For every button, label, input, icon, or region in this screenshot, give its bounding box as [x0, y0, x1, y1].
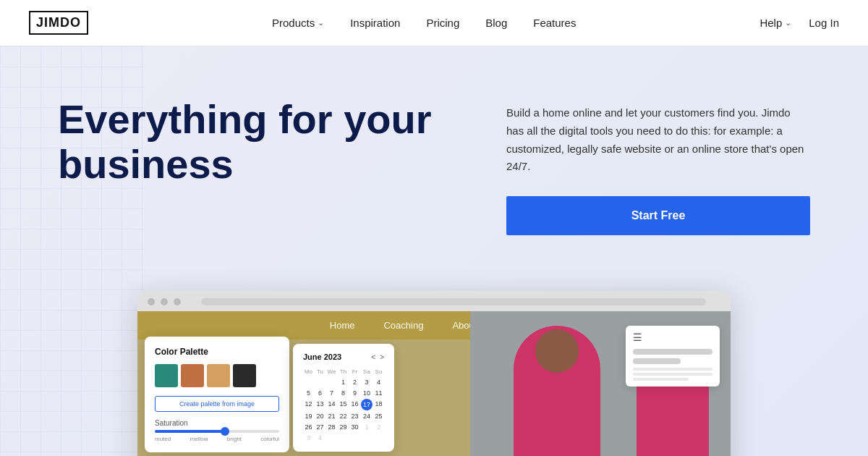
cal-header-tu: Tu [315, 367, 326, 376]
card-line-1 [633, 368, 712, 371]
cal-day: 3 [303, 433, 314, 443]
hero-description: Build a home online and let your custome… [506, 104, 810, 176]
calendar-prev[interactable]: < [371, 353, 375, 361]
nav-features[interactable]: Features [533, 17, 576, 29]
saturation-slider-fill [155, 430, 224, 433]
cal-header-sa: Sa [361, 367, 373, 376]
saturation-label: Saturation [155, 419, 279, 427]
cal-day: 23 [349, 411, 360, 421]
cal-day: 5 [303, 388, 314, 398]
saturation-slider-thumb[interactable] [221, 427, 229, 436]
cal-day: 2 [373, 422, 384, 432]
swatch-4 [233, 364, 256, 387]
cal-day: 20 [315, 411, 326, 421]
browser-dot-2 [161, 298, 168, 305]
cal-day: 10 [361, 388, 373, 398]
cal-day: 29 [338, 422, 349, 432]
browser-address-bar [201, 298, 706, 305]
color-palette-card: Color Palette Create palette from image … [145, 337, 289, 452]
nav-help[interactable]: Help ⌄ [760, 17, 791, 29]
help-chevron-icon: ⌄ [785, 18, 791, 28]
cal-day: 8 [338, 388, 349, 398]
calendar-next[interactable]: > [380, 353, 384, 361]
nav-pricing[interactable]: Pricing [426, 17, 459, 29]
browser-topbar [137, 298, 731, 311]
cal-header-th: Th [338, 367, 349, 376]
hero-title: Everything for your business [58, 97, 434, 186]
person1 [514, 326, 600, 456]
cal-day: 4 [373, 377, 384, 387]
slider-labels: muted mellow bright colorful [155, 436, 279, 442]
cal-day: 28 [326, 422, 337, 432]
cal-day: 27 [315, 422, 326, 432]
mockup-nav-home: Home [330, 320, 355, 331]
cal-day: 25 [373, 411, 384, 421]
label-bright: bright [227, 436, 242, 442]
cal-day: 22 [338, 411, 349, 421]
products-chevron-icon: ⌄ [318, 18, 324, 28]
cal-day: 9 [349, 388, 360, 398]
hamburger-icon: ☰ [633, 332, 712, 343]
start-free-button[interactable]: Start Free [506, 196, 810, 235]
browser-dot-3 [174, 298, 181, 305]
palette-swatches [155, 364, 279, 387]
cal-day: 1 [361, 422, 373, 432]
hero-right: Build a home online and let your custome… [506, 97, 810, 235]
create-palette-button[interactable]: Create palette from image [155, 396, 279, 412]
nav-right: Help ⌄ Log In [760, 17, 839, 29]
cal-day: 7 [326, 388, 337, 398]
browser-window: Home Coaching About Contact Color Palett… [137, 291, 731, 456]
cal-header-mo: Mo [303, 367, 314, 376]
browser-dot-1 [148, 298, 155, 305]
cal-day: 18 [373, 399, 384, 410]
swatch-3 [207, 364, 230, 387]
nav-blog[interactable]: Blog [485, 17, 507, 29]
cal-day: 11 [373, 388, 384, 398]
cal-day: 2 [349, 377, 360, 387]
calendar-card: June 2023 < > Mo Tu We Th Fr Sa Su [293, 344, 394, 452]
browser-body: Home Coaching About Contact Color Palett… [137, 311, 731, 456]
cal-day: 26 [303, 422, 314, 432]
cal-day: 16 [349, 399, 360, 410]
label-colorful: colorful [260, 436, 279, 442]
cal-day: 19 [303, 411, 314, 421]
cal-day: 24 [361, 411, 373, 421]
cal-header-su: Su [373, 367, 384, 376]
cal-day: 6 [315, 388, 326, 398]
cal-header-fr: Fr [349, 367, 360, 376]
cal-header-we: We [326, 367, 337, 376]
calendar-grid: Mo Tu We Th Fr Sa Su 1 2 3 4 [303, 367, 384, 443]
nav-inspiration[interactable]: Inspiration [350, 17, 400, 29]
cal-day: 15 [338, 399, 349, 410]
small-overlay-card: ☰ [626, 326, 720, 387]
nav-products[interactable]: Products ⌄ [272, 17, 324, 29]
swatch-2 [181, 364, 204, 387]
saturation-slider-track [155, 430, 279, 433]
cal-day [303, 377, 314, 387]
cal-day [315, 377, 326, 387]
cal-day: 4 [315, 433, 326, 443]
palette-title: Color Palette [155, 347, 279, 357]
cal-day: 12 [303, 399, 314, 410]
hero-left: Everything for your business [58, 97, 434, 186]
cal-day: 3 [361, 377, 373, 387]
cal-day-today: 17 [361, 399, 373, 410]
hero-content: Everything for your business Build a hom… [0, 46, 868, 235]
swatch-1 [155, 364, 178, 387]
nav-login[interactable]: Log In [809, 17, 839, 29]
cal-day: 21 [326, 411, 337, 421]
label-mellow: mellow [190, 436, 208, 442]
card-bar-1 [633, 349, 712, 355]
cal-day: 30 [349, 422, 360, 432]
card-line-3 [633, 378, 689, 381]
cal-day: 14 [326, 399, 337, 410]
browser-mockup: Home Coaching About Contact Color Palett… [137, 291, 731, 456]
calendar-header: June 2023 < > [303, 352, 384, 361]
logo[interactable]: JIMDO [29, 11, 88, 35]
navbar: JIMDO Products ⌄ Inspiration Pricing Blo… [0, 0, 868, 46]
cal-day: 13 [315, 399, 326, 410]
cal-day: 1 [338, 377, 349, 387]
mockup-nav-coaching: Coaching [383, 320, 423, 331]
card-line-2 [633, 373, 712, 376]
hero-section: Everything for your business Build a hom… [0, 46, 868, 456]
